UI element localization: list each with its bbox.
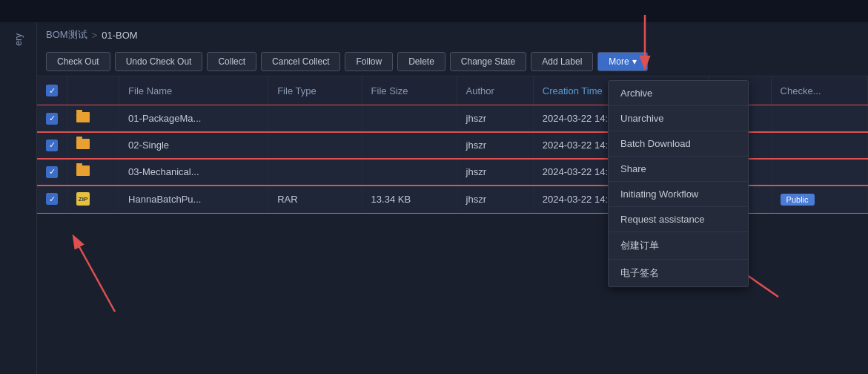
row1-author: jhszr (457, 105, 533, 132)
dropdown-item-request-assistance[interactable]: Request assistance (609, 207, 748, 232)
more-label: More (609, 56, 629, 67)
add-label-button[interactable]: Add Label (531, 52, 593, 71)
change-state-button[interactable]: Change State (450, 52, 526, 71)
row2-checkbox[interactable] (46, 140, 58, 151)
row2-author: jhszr (457, 132, 533, 159)
row3-checked (771, 159, 867, 186)
row1-checked (771, 105, 867, 132)
dropdown-item-create-order[interactable]: 创建订单 (609, 232, 748, 260)
dropdown-item-esign[interactable]: 电子签名 (609, 260, 748, 286)
breadcrumb-parent[interactable]: BOM测试 (46, 28, 87, 42)
row4-checkbox-cell (37, 186, 67, 213)
row1-icon-cell (67, 105, 119, 132)
header-checkbox[interactable] (46, 85, 58, 96)
folder-icon (76, 165, 90, 176)
row3-checkbox[interactable] (46, 166, 58, 178)
dropdown-item-archive[interactable]: Archive (609, 81, 748, 106)
header-checked[interactable]: Checke... (771, 76, 867, 105)
dropdown-item-batch-download[interactable]: Batch Download (609, 131, 748, 157)
row3-author: jhszr (457, 159, 533, 186)
sidebar-label: ery (13, 33, 24, 46)
row3-file-type (268, 159, 362, 186)
breadcrumb: BOM测试 > 01-BOM (37, 22, 868, 47)
row2-icon-cell (67, 132, 119, 159)
row1-file-type (268, 105, 362, 132)
top-bar (0, 0, 868, 22)
header-file-name[interactable]: File Name (119, 76, 268, 105)
undo-checkout-button[interactable]: Undo Check Out (115, 52, 203, 71)
more-dropdown-menu: Archive Unarchive Batch Download Share I… (608, 80, 749, 287)
status-badge: Public (781, 194, 815, 206)
row2-checked (771, 132, 867, 159)
follow-button[interactable]: Follow (345, 52, 393, 71)
row2-file-type (268, 132, 362, 159)
zip-icon: ZIP (76, 192, 90, 206)
header-file-size[interactable]: File Size (362, 76, 457, 105)
row1-checkbox-cell (37, 105, 67, 132)
sidebar: ery (0, 22, 37, 374)
row2-file-name: 02-Single (119, 132, 268, 159)
row4-file-type: RAR (268, 186, 362, 213)
delete-button[interactable]: Delete (397, 52, 445, 71)
row1-file-name: 01-PackageMa... (119, 105, 268, 132)
dropdown-item-initiating-workflow[interactable]: Initiating Workflow (609, 182, 748, 207)
row1-checkbox[interactable] (46, 113, 58, 125)
header-file-type[interactable]: File Type (268, 76, 362, 105)
collect-button[interactable]: Collect (207, 52, 256, 71)
folder-icon (76, 139, 90, 149)
checkout-button[interactable]: Check Out (46, 52, 110, 71)
breadcrumb-current: 01-BOM (102, 30, 137, 41)
row4-icon-cell: ZIP (67, 186, 119, 213)
folder-icon (76, 112, 90, 122)
dropdown-item-unarchive[interactable]: Unarchive (609, 106, 748, 131)
row4-checked: Public (771, 186, 867, 213)
chevron-down-icon: ▾ (632, 56, 637, 67)
header-icon-col (67, 76, 119, 105)
row3-checkbox-cell (37, 159, 67, 186)
cancel-collect-button[interactable]: Cancel Collect (261, 52, 340, 71)
header-author[interactable]: Author (457, 76, 533, 105)
row3-file-size (362, 159, 457, 186)
dropdown-item-share[interactable]: Share (609, 157, 748, 182)
row4-author: jhszr (457, 186, 533, 213)
row2-file-size (362, 132, 457, 159)
row4-file-size: 13.34 KB (362, 186, 457, 213)
row3-icon-cell (67, 159, 119, 186)
row4-file-name: HannaBatchPu... (119, 186, 268, 213)
row1-file-size (362, 105, 457, 132)
more-button[interactable]: More ▾ (597, 52, 647, 71)
breadcrumb-separator: > (92, 30, 98, 41)
header-checkbox-col (37, 76, 67, 105)
row2-checkbox-cell (37, 132, 67, 159)
row3-file-name: 03-Mechanical... (119, 159, 268, 186)
toolbar: Check Out Undo Check Out Collect Cancel … (37, 47, 868, 76)
row4-checkbox[interactable] (46, 193, 58, 205)
